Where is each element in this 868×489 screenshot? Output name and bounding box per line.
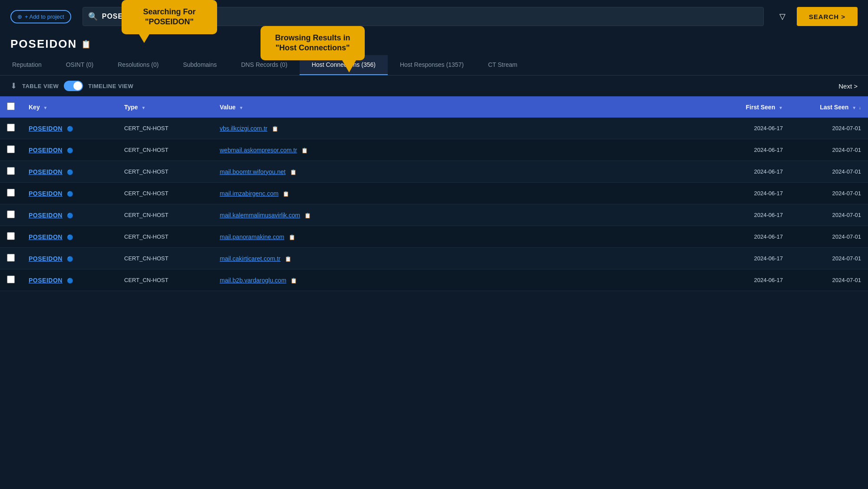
- row-checkbox[interactable]: [7, 276, 15, 283]
- col-header-last-seen[interactable]: Last Seen ▼ ↓: [790, 96, 868, 118]
- row-last-seen: 2024-07-01: [790, 183, 868, 204]
- value-copy-icon[interactable]: 📋: [304, 213, 311, 219]
- row-checkbox[interactable]: [7, 145, 15, 153]
- row-checkbox-cell[interactable]: [0, 269, 22, 291]
- copy-icon[interactable]: 📋: [81, 39, 91, 49]
- tab-host-responses[interactable]: Host Responses (1357): [388, 55, 476, 75]
- key-copy-icon[interactable]: 🔵: [67, 256, 73, 262]
- table-view-label: TABLE VIEW: [22, 83, 59, 89]
- row-checkbox[interactable]: [7, 254, 15, 262]
- col-header-first-seen[interactable]: First Seen ▼: [720, 96, 790, 118]
- row-value: webmail.askompresor.com.tr 📋: [213, 139, 720, 161]
- row-first-seen: 2024-06-17: [720, 204, 790, 226]
- filter-button[interactable]: ▽: [775, 9, 790, 24]
- row-first-seen: 2024-06-17: [720, 139, 790, 161]
- value-copy-icon[interactable]: 📋: [301, 148, 308, 154]
- key-copy-icon[interactable]: 🔵: [67, 234, 73, 240]
- key-copy-icon[interactable]: 🔵: [67, 169, 73, 175]
- value-link[interactable]: webmail.askompresor.com.tr: [220, 147, 297, 154]
- value-link[interactable]: mail.boomtr.wiforyou.net: [220, 168, 286, 175]
- row-checkbox[interactable]: [7, 210, 15, 218]
- value-copy-icon[interactable]: 📋: [289, 234, 295, 240]
- row-type: CERT_CN-HOST: [117, 204, 213, 226]
- key-link[interactable]: POSEIDON: [29, 233, 63, 240]
- row-checkbox-cell[interactable]: [0, 139, 22, 161]
- filter-icon: ▽: [779, 12, 785, 21]
- row-checkbox-cell[interactable]: [0, 161, 22, 183]
- row-value: vbs.ilkcizgi.com.tr 📋: [213, 118, 720, 139]
- value-copy-icon[interactable]: 📋: [290, 169, 297, 175]
- search-button[interactable]: SEARCH >: [797, 7, 858, 26]
- key-link[interactable]: POSEIDON: [29, 125, 63, 132]
- row-first-seen: 2024-06-17: [720, 248, 790, 269]
- key-link[interactable]: POSEIDON: [29, 277, 63, 284]
- key-copy-icon[interactable]: 🔵: [67, 191, 73, 197]
- table-row: POSEIDON 🔵 CERT_CN-HOST mail.panoramakin…: [0, 226, 868, 248]
- row-checkbox[interactable]: [7, 189, 15, 197]
- row-last-seen: 2024-07-01: [790, 204, 868, 226]
- row-checkbox-cell[interactable]: [0, 183, 22, 204]
- key-copy-icon[interactable]: 🔵: [67, 213, 73, 219]
- value-link[interactable]: mail.cakirticaret.com.tr: [220, 255, 281, 262]
- row-type: CERT_CN-HOST: [117, 248, 213, 269]
- value-link[interactable]: mail.kalemmalimusavirlik.com: [220, 212, 300, 219]
- value-filter-icon: ▼: [239, 105, 243, 110]
- data-table: Key ▼ Type ▼ Value ▼ First Seen ▼ Last S…: [0, 96, 868, 291]
- tab-ct-stream[interactable]: CT Stream: [476, 55, 529, 75]
- table-row: POSEIDON 🔵 CERT_CN-HOST webmail.askompre…: [0, 139, 868, 161]
- key-link[interactable]: POSEIDON: [29, 212, 63, 219]
- value-copy-icon[interactable]: 📋: [290, 278, 297, 284]
- search-button-label: SEARCH >: [809, 13, 845, 20]
- row-checkbox-cell[interactable]: [0, 248, 22, 269]
- row-last-seen: 2024-07-01: [790, 269, 868, 291]
- value-copy-icon[interactable]: 📋: [285, 256, 291, 262]
- key-copy-icon[interactable]: 🔵: [67, 278, 73, 284]
- table-header: Key ▼ Type ▼ Value ▼ First Seen ▼ Last S…: [0, 96, 868, 118]
- value-copy-icon[interactable]: 📋: [283, 191, 289, 197]
- col-header-type[interactable]: Type ▼: [117, 96, 213, 118]
- last-seen-filter-icon: ▼: [852, 105, 856, 110]
- row-last-seen: 2024-07-01: [790, 118, 868, 139]
- key-copy-icon[interactable]: 🔵: [67, 148, 73, 154]
- plus-icon: ⊕: [17, 13, 22, 20]
- row-checkbox[interactable]: [7, 232, 15, 240]
- tab-osint[interactable]: OSINT (0): [54, 55, 106, 75]
- value-link[interactable]: mail.imzabirgenc.com: [220, 190, 278, 197]
- key-copy-icon[interactable]: 🔵: [67, 126, 73, 132]
- col-header-key[interactable]: Key ▼: [22, 96, 117, 118]
- download-icon[interactable]: ⬇: [10, 81, 17, 91]
- row-checkbox-cell[interactable]: [0, 204, 22, 226]
- select-all-header[interactable]: [0, 96, 22, 118]
- add-to-project-button[interactable]: ⊕ + Add to project: [10, 10, 71, 23]
- value-link[interactable]: mail.panoramakine.com: [220, 233, 284, 240]
- table-body: POSEIDON 🔵 CERT_CN-HOST vbs.ilkcizgi.com…: [0, 118, 868, 291]
- row-value: mail.panoramakine.com 📋: [213, 226, 720, 248]
- col-header-value[interactable]: Value ▼: [213, 96, 720, 118]
- value-link[interactable]: vbs.ilkcizgi.com.tr: [220, 125, 267, 132]
- tab-subdomains[interactable]: Subdomains: [171, 55, 229, 75]
- row-last-seen: 2024-07-01: [790, 139, 868, 161]
- row-first-seen: 2024-06-17: [720, 183, 790, 204]
- row-first-seen: 2024-06-17: [720, 118, 790, 139]
- row-key: POSEIDON 🔵: [22, 226, 117, 248]
- row-checkbox[interactable]: [7, 124, 15, 131]
- key-link[interactable]: POSEIDON: [29, 168, 63, 175]
- row-first-seen: 2024-06-17: [720, 226, 790, 248]
- key-link[interactable]: POSEIDON: [29, 147, 63, 154]
- key-link[interactable]: POSEIDON: [29, 190, 63, 197]
- view-toggle[interactable]: [64, 81, 83, 91]
- row-value: mail.cakirticaret.com.tr 📋: [213, 248, 720, 269]
- value-copy-icon[interactable]: 📋: [272, 126, 278, 132]
- value-link[interactable]: mail.b2b.vardaroglu.com: [220, 277, 286, 284]
- key-link[interactable]: POSEIDON: [29, 255, 63, 262]
- row-type: CERT_CN-HOST: [117, 183, 213, 204]
- row-checkbox[interactable]: [7, 167, 15, 175]
- type-filter-icon: ▼: [142, 105, 146, 110]
- row-checkbox-cell[interactable]: [0, 118, 22, 139]
- table-row: POSEIDON 🔵 CERT_CN-HOST vbs.ilkcizgi.com…: [0, 118, 868, 139]
- next-button[interactable]: Next >: [838, 82, 858, 90]
- select-all-checkbox[interactable]: [7, 102, 15, 110]
- tab-reputation[interactable]: Reputation: [0, 55, 54, 75]
- tab-resolutions[interactable]: Resolutions (0): [106, 55, 171, 75]
- row-checkbox-cell[interactable]: [0, 226, 22, 248]
